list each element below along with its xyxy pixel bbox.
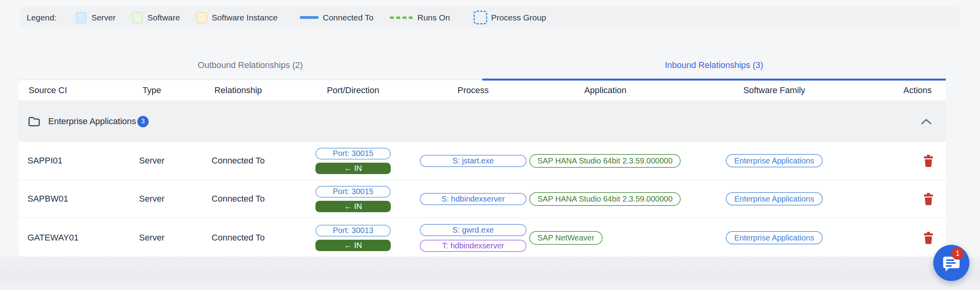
software-family-badge: Enterprise Applications xyxy=(726,231,823,244)
delete-relationship-button[interactable] xyxy=(923,193,934,205)
column-header-relationship: Relationship xyxy=(191,85,285,95)
trash-icon xyxy=(923,193,934,205)
legend-bar: Legend: Server Software Software Instanc… xyxy=(20,7,960,28)
cell-actions xyxy=(863,155,946,167)
column-header-application: Application xyxy=(525,85,685,95)
table-row: SAPBW01 Server Connected To Port: 30015 … xyxy=(18,180,946,218)
relationship-tabs: Outbound Relationships (2) Inbound Relat… xyxy=(18,51,946,80)
direction-in-badge: ← IN xyxy=(315,163,391,174)
cell-source-ci: GATEWAY01 xyxy=(18,233,113,243)
process-badge: S: hdbindexserver xyxy=(420,193,526,205)
column-header-process: Process xyxy=(421,85,525,95)
process-group-box-icon xyxy=(474,11,487,24)
legend-item-server: Server xyxy=(76,12,116,23)
legend-item-software-instance: Software Instance xyxy=(197,12,278,23)
cell-process: S: hdbindexserver xyxy=(421,193,525,205)
cell-software-family: Enterprise Applications xyxy=(685,154,863,167)
port-badge: Port: 30013 xyxy=(315,225,391,237)
legend-item-label: Software xyxy=(148,13,180,22)
delete-relationship-button[interactable] xyxy=(923,155,934,167)
column-header-type: Type xyxy=(113,85,191,95)
column-header-software-family: Software Family xyxy=(685,85,863,95)
cell-process: S: jstart.exe xyxy=(421,155,525,167)
cell-actions xyxy=(863,232,946,244)
chevron-up-icon xyxy=(921,118,932,125)
cell-relationship: Connected To xyxy=(191,156,285,166)
cell-software-family: Enterprise Applications xyxy=(685,231,863,244)
port-badge: Port: 30015 xyxy=(315,148,391,160)
software-family-badge: Enterprise Applications xyxy=(726,192,823,206)
table-row: GATEWAY01 Server Connected To Port: 3001… xyxy=(18,218,946,257)
group-row-enterprise-applications[interactable]: Enterprise Applications 3 xyxy=(18,101,946,142)
legend-item-label: Server xyxy=(91,13,116,22)
cell-type: Server xyxy=(113,233,191,243)
column-header-actions: Actions xyxy=(863,85,946,95)
cell-software-family: Enterprise Applications xyxy=(685,192,863,206)
group-label: Enterprise Applications xyxy=(48,116,136,127)
tab-inbound-relationships[interactable]: Inbound Relationships (3) xyxy=(482,51,946,79)
process-badge: S: gwrd.exe xyxy=(420,224,526,236)
process-badge: S: jstart.exe xyxy=(420,155,526,167)
legend-item-software: Software xyxy=(132,12,180,23)
direction-in-badge: ← IN xyxy=(315,240,391,251)
collapse-group-button[interactable] xyxy=(921,118,932,125)
cell-port-direction: Port: 30015 ← IN xyxy=(285,186,421,212)
cell-relationship: Connected To xyxy=(191,194,285,204)
page: Legend: Server Software Software Instanc… xyxy=(0,0,980,290)
software-instance-swatch-icon xyxy=(197,12,207,23)
notification-badge: 1 xyxy=(951,247,964,260)
column-header-port-direction: Port/Direction xyxy=(285,85,421,95)
process-badge: T: hdbindexserver xyxy=(420,240,526,252)
cell-type: Server xyxy=(113,156,191,166)
software-swatch-icon xyxy=(132,12,142,23)
application-badge: SAP NetWeaver xyxy=(529,231,603,245)
cell-relationship: Connected To xyxy=(191,233,285,243)
legend-item-process-group: Process Group xyxy=(474,11,546,24)
chat-fab-button[interactable]: 1 xyxy=(933,245,969,281)
cell-application: SAP HANA Studio 64bit 2.3.59.000000 xyxy=(525,154,685,168)
cell-application: SAP NetWeaver xyxy=(525,231,685,245)
application-badge: SAP HANA Studio 64bit 2.3.59.000000 xyxy=(529,154,681,168)
legend-item-label: Process Group xyxy=(491,13,546,22)
legend-item-label: Runs On xyxy=(417,13,450,22)
delete-relationship-button[interactable] xyxy=(923,232,934,244)
legend-item-runs-on: Runs On xyxy=(390,13,450,22)
cell-type: Server xyxy=(113,194,191,204)
cell-source-ci: SAPPI01 xyxy=(18,156,113,166)
cell-port-direction: Port: 30015 ← IN xyxy=(285,148,421,174)
legend-item-label: Connected To xyxy=(323,13,373,22)
cell-source-ci: SAPBW01 xyxy=(18,194,113,204)
runs-on-dashed-line-icon xyxy=(390,17,413,19)
legend-item-label: Software Instance xyxy=(212,13,278,22)
cell-port-direction: Port: 30013 ← IN xyxy=(285,225,421,251)
tab-outbound-relationships[interactable]: Outbound Relationships (2) xyxy=(18,51,482,79)
application-badge: SAP HANA Studio 64bit 2.3.59.000000 xyxy=(529,192,681,206)
table-row: SAPPI01 Server Connected To Port: 30015 … xyxy=(18,142,946,180)
group-row-left: Enterprise Applications 3 xyxy=(28,116,149,127)
column-header-source-ci: Source CI xyxy=(18,85,113,95)
port-badge: Port: 30015 xyxy=(315,186,391,198)
folder-icon xyxy=(28,116,40,127)
cell-process: S: gwrd.exe T: hdbindexserver xyxy=(421,224,525,252)
legend-title: Legend: xyxy=(27,13,56,22)
legend-item-connected-to: Connected To xyxy=(300,13,373,22)
cell-actions xyxy=(863,193,946,205)
direction-in-badge: ← IN xyxy=(315,201,391,212)
relationships-table: Source CI Type Relationship Port/Directi… xyxy=(18,80,946,257)
cell-application: SAP HANA Studio 64bit 2.3.59.000000 xyxy=(525,192,685,206)
software-family-badge: Enterprise Applications xyxy=(726,154,823,167)
bottom-shade xyxy=(0,257,980,290)
connected-to-line-icon xyxy=(300,16,319,19)
group-count-badge: 3 xyxy=(137,116,149,127)
trash-icon xyxy=(923,232,934,244)
table-header-row: Source CI Type Relationship Port/Directi… xyxy=(18,80,946,101)
server-swatch-icon xyxy=(76,12,86,23)
trash-icon xyxy=(923,155,934,167)
